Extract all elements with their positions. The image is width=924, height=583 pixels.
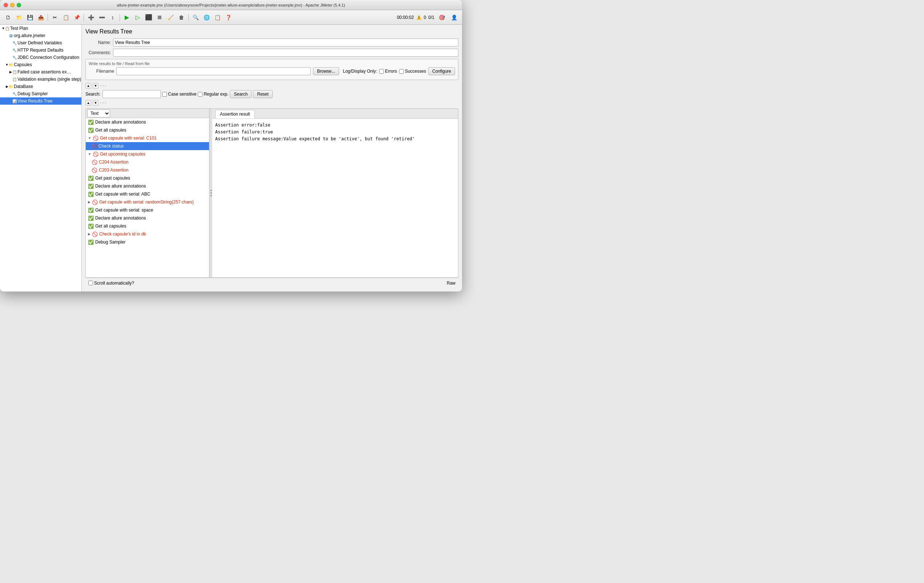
- remote-start-button[interactable]: 🎯: [437, 12, 447, 23]
- user-button[interactable]: 👤: [449, 12, 459, 23]
- save-button[interactable]: 💾: [25, 12, 35, 23]
- name-input[interactable]: [113, 38, 459, 46]
- tree-item-user-vars[interactable]: 🔧 User Defined Variables: [0, 39, 81, 46]
- copy-button[interactable]: 📋: [61, 12, 71, 23]
- tree-arrow: ▼: [2, 26, 5, 30]
- result-item-get-capsule-random[interactable]: ▶ 🚫 Get capsule with serial: randomStrin…: [86, 198, 209, 206]
- scroll-up-btn-2[interactable]: ▲: [86, 100, 91, 106]
- results-tree-panel: Text XML HTML JSON ✅ Declare allure anno…: [86, 109, 210, 277]
- browse-button[interactable]: Browse...: [313, 67, 339, 75]
- help-button[interactable]: ❓: [223, 12, 233, 23]
- tree-item-http-defaults[interactable]: 🔧 HTTP Request Defaults: [0, 46, 81, 54]
- collapse-button[interactable]: ➖: [97, 12, 107, 23]
- templates-button[interactable]: 📁: [14, 12, 24, 23]
- stop-button[interactable]: ⬛: [144, 12, 154, 23]
- errors-checkbox-label[interactable]: Errors: [379, 69, 397, 74]
- tree-arrow: ▶: [5, 85, 9, 88]
- file-section: Write results to file / Read from file F…: [86, 59, 459, 80]
- scroll-dot: [210, 195, 212, 196]
- scroll-auto-label[interactable]: Scroll automatically?: [88, 281, 134, 286]
- remote-button[interactable]: 🌐: [201, 12, 211, 23]
- result-item-get-past[interactable]: ✅ Get past capsules: [86, 174, 209, 182]
- result-item-declare-2[interactable]: ✅ Declare allure annotations: [86, 182, 209, 190]
- comments-input[interactable]: [113, 49, 459, 57]
- cut-button[interactable]: ✂: [50, 12, 60, 23]
- plan-button[interactable]: 📋: [212, 12, 223, 23]
- result-item-get-upcoming[interactable]: ▼ 🚫 Get upcoming capsules: [86, 150, 209, 158]
- search-input[interactable]: [102, 90, 161, 98]
- clear-all-button[interactable]: 🗑: [176, 12, 186, 23]
- tree-item-test-plan[interactable]: ▼ 📋 Test Plan: [0, 25, 81, 32]
- window-controls[interactable]: [3, 3, 21, 7]
- tree-item-view-results[interactable]: 📊 View Results Tree: [0, 97, 81, 105]
- regex-checkbox[interactable]: [198, 92, 203, 97]
- tree-icon: 🔧: [12, 48, 17, 52]
- reset-button[interactable]: Reset: [253, 90, 272, 98]
- result-item-c204[interactable]: 🚫 C204 Assertion: [86, 158, 209, 166]
- result-item-declare-3[interactable]: ✅ Declare allure annotations: [86, 214, 209, 222]
- search-button[interactable]: Search: [230, 90, 252, 98]
- result-item-debug-sampler[interactable]: ✅ Debug Sampler: [86, 238, 209, 246]
- search-toolbar-button[interactable]: 🔍: [190, 12, 201, 23]
- paste-button[interactable]: 📌: [72, 12, 82, 23]
- result-item-get-capsule-space[interactable]: ✅ Get capsule with serial: space: [86, 206, 209, 214]
- expand-button[interactable]: ➕: [86, 12, 96, 23]
- clear-button[interactable]: 🧹: [165, 12, 176, 23]
- tree-item-org-allure[interactable]: ⚙️ org.allure.jmeter: [0, 32, 81, 39]
- result-item-check-status[interactable]: 🚫 Check status: [86, 142, 209, 150]
- scroll-auto-checkbox[interactable]: [88, 281, 93, 285]
- tree-item-failed-case[interactable]: ▶ 📋 Failed case assertions examples (mul…: [0, 68, 81, 76]
- successes-checkbox[interactable]: [399, 69, 404, 74]
- result-item-get-all-1[interactable]: ✅ Get all capsules: [86, 126, 209, 134]
- case-sensitive-checkbox[interactable]: [162, 92, 167, 97]
- scroll-down-btn[interactable]: ▼: [93, 83, 99, 89]
- regex-label[interactable]: Regular exp.: [198, 92, 228, 97]
- filename-input[interactable]: [116, 67, 311, 75]
- filename-row: Filename Browse... Log/Display Only: Err…: [89, 67, 455, 75]
- expand-arrow: ▶: [88, 232, 91, 236]
- tree-label: User Defined Variables: [17, 40, 62, 45]
- sep-3: [120, 14, 120, 21]
- tree-icon: 📋: [12, 70, 17, 74]
- vertical-scroll-handle[interactable]: [210, 109, 212, 277]
- tree-item-debug-sampler[interactable]: 🔧 Debug Sampler: [0, 90, 81, 97]
- shutdown-button[interactable]: ⏹: [155, 12, 165, 23]
- error-icon: 🚫: [93, 135, 99, 141]
- errors-checkbox[interactable]: [379, 69, 384, 74]
- result-item-get-capsule-abc[interactable]: ✅ Get capsule with serial: ABC: [86, 190, 209, 198]
- result-item-c203[interactable]: 🚫 C203 Assertion: [86, 166, 209, 174]
- results-tree-toolbar: Text XML HTML JSON: [86, 109, 209, 118]
- close-button[interactable]: [3, 3, 8, 7]
- maximize-button[interactable]: [17, 3, 21, 7]
- result-item-get-capsule-c101[interactable]: ▼ 🚫 Get capsule with serial: C101: [86, 134, 209, 142]
- successes-checkbox-label[interactable]: Successes: [399, 69, 426, 74]
- assertion-line-1: Assertion error:false: [215, 122, 455, 129]
- tree-label: Failed case assertions examples (multipl…: [17, 69, 72, 74]
- revert-button[interactable]: 📤: [36, 12, 46, 23]
- view-type-dropdown[interactable]: Text XML HTML JSON: [87, 109, 110, 117]
- tree-item-database[interactable]: ▶ 📁 DataBase: [0, 83, 81, 90]
- result-item-declare-1[interactable]: ✅ Declare allure annotations: [86, 118, 209, 126]
- success-icon: ✅: [88, 175, 94, 181]
- new-button[interactable]: 🗋: [3, 12, 13, 23]
- tree-item-jdbc[interactable]: 🔧 JDBC Connection Configuration: [0, 54, 81, 61]
- tree-item-capsules[interactable]: ▼ 📁 Capsules: [0, 61, 81, 68]
- tree-label: DataBase: [14, 84, 33, 89]
- success-icon: ✅: [88, 120, 94, 125]
- tree-icon: 📊: [12, 99, 17, 103]
- result-item-get-all-2[interactable]: ✅ Get all capsules: [86, 222, 209, 230]
- run-button[interactable]: ▶: [122, 12, 132, 23]
- configure-button[interactable]: Configure: [428, 67, 455, 75]
- scroll-up-btn[interactable]: ▲: [86, 83, 91, 89]
- search-row: Search: Case sensitive Regular exp. Sear…: [86, 90, 459, 98]
- result-item-check-capsule-db[interactable]: ▶ 🚫 Check capsule's id in db: [86, 230, 209, 238]
- error-icon: 🚫: [92, 160, 97, 165]
- run-no-pause-button[interactable]: ▷: [133, 12, 143, 23]
- scroll-down-btn-2[interactable]: ▼: [93, 100, 99, 106]
- tab-assertion-result[interactable]: Assertion result: [215, 110, 255, 119]
- case-sensitive-label[interactable]: Case sensitive: [162, 92, 196, 97]
- minimize-button[interactable]: [10, 3, 15, 7]
- toggle-button[interactable]: ↕: [107, 12, 118, 23]
- tab-label: Assertion result: [220, 112, 250, 117]
- tree-item-validation[interactable]: 📋 Validation examples (single step): [0, 76, 81, 83]
